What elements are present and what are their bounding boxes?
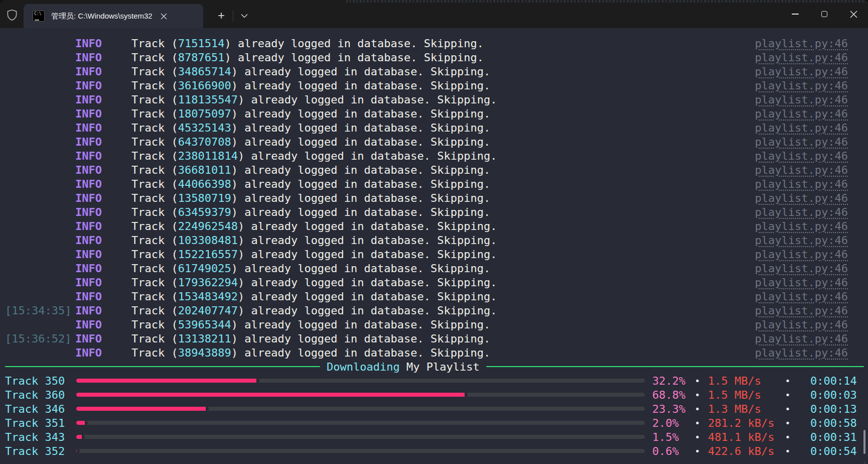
bullet-separator-icon: • [777, 446, 798, 456]
tab-divider [233, 10, 233, 21]
file-link[interactable]: playlist.py:46 [755, 290, 848, 303]
message-suffix: ) already logged in database. Skipping. [238, 234, 497, 247]
window-controls [781, 0, 868, 28]
message-prefix: Track ( [131, 290, 178, 303]
progress-eta: 0:00:58 [810, 417, 858, 429]
file-link[interactable]: playlist.py:46 [755, 107, 848, 120]
file-link[interactable]: playlist.py:46 [755, 150, 848, 162]
file-link[interactable]: playlist.py:46 [755, 65, 848, 78]
log-row: INFOTrack (103308481) already logged in … [0, 233, 868, 247]
log-message: Track (238011814) already logged in data… [131, 150, 755, 162]
message-prefix: Track ( [131, 262, 178, 275]
track-id: 152216557 [178, 248, 238, 261]
progress-percent: 23.3% [652, 403, 687, 415]
log-message: Track (152216557) already logged in data… [131, 248, 755, 261]
file-link[interactable]: playlist.py:46 [755, 234, 848, 247]
file-link[interactable]: playlist.py:46 [755, 262, 848, 275]
message-prefix: Track ( [131, 37, 178, 50]
file-link[interactable]: playlist.py:46 [755, 220, 848, 233]
progress-percent: 0.6% [652, 445, 687, 457]
message-suffix: ) already logged in database. Skipping. [224, 37, 484, 50]
file-link[interactable]: playlist.py:46 [755, 192, 848, 204]
file-link[interactable]: playlist.py:46 [755, 332, 848, 345]
file-link[interactable]: playlist.py:46 [755, 136, 848, 148]
log-row: INFOTrack (36681011) already logged in d… [0, 163, 868, 177]
progress-eta: 0:00:31 [810, 431, 858, 443]
new-tab-button[interactable]: + [213, 7, 230, 24]
file-link[interactable]: playlist.py:46 [755, 248, 848, 261]
progress-speed: 1.3 MB/s [708, 403, 777, 415]
message-suffix: ) already logged in database. Skipping. [231, 65, 491, 78]
log-row: INFOTrack (152216557) already logged in … [0, 247, 868, 261]
terminal-viewport[interactable]: INFOTrack (7151514) already logged in da… [0, 28, 868, 464]
log-message: Track (8787651) already logged in databa… [131, 51, 755, 64]
rule-line [486, 366, 864, 367]
file-link[interactable]: playlist.py:46 [755, 206, 848, 218]
message-prefix: Track ( [131, 276, 178, 289]
log-level: INFO [75, 136, 131, 148]
file-link[interactable]: playlist.py:46 [755, 318, 848, 331]
log-level: INFO [75, 150, 131, 162]
message-suffix: ) already logged in database. Skipping. [238, 220, 497, 233]
file-link[interactable]: playlist.py:46 [755, 79, 848, 92]
minimize-button[interactable] [781, 0, 810, 28]
progress-row: Track 35032.2%•1.5 MB/s•0:00:14 [0, 374, 868, 388]
bullet-separator-icon: • [687, 432, 708, 442]
message-prefix: Track ( [131, 93, 178, 106]
track-id: 18075097 [178, 107, 231, 120]
log-message: Track (63459379) already logged in datab… [131, 206, 755, 218]
log-row: INFOTrack (153483492) already logged in … [0, 289, 868, 303]
file-link[interactable]: playlist.py:46 [755, 304, 848, 317]
progress-bar-track [76, 407, 645, 411]
message-prefix: Track ( [131, 136, 178, 148]
tab-admin-cmd[interactable]: C:\ 管理员: C:\Windows\system32 [24, 4, 203, 28]
tab-close-icon[interactable] [158, 10, 171, 23]
track-id: 45325143 [178, 122, 231, 134]
bullet-separator-icon: • [777, 418, 798, 428]
message-prefix: Track ( [131, 234, 178, 247]
titlebar[interactable]: C:\ 管理员: C:\Windows\system32 + [0, 0, 868, 28]
message-prefix: Track ( [131, 51, 178, 64]
file-link[interactable]: playlist.py:46 [755, 346, 848, 359]
scrollbar-thumb[interactable] [863, 430, 865, 454]
progress-track-label: Track 350 [5, 375, 67, 387]
file-link[interactable]: playlist.py:46 [755, 122, 848, 134]
bullet-separator-icon: • [687, 390, 708, 400]
track-id: 179362294 [178, 276, 238, 289]
message-suffix: ) already logged in database. Skipping. [238, 276, 497, 289]
file-link[interactable]: playlist.py:46 [755, 164, 848, 176]
log-message: Track (202407747) already logged in data… [131, 304, 755, 317]
resize-grip-icon[interactable] [858, 461, 866, 464]
tab-dropdown-button[interactable] [236, 7, 253, 24]
log-level: INFO [75, 318, 131, 331]
track-id: 36166900 [178, 79, 231, 92]
file-link[interactable]: playlist.py:46 [755, 178, 848, 190]
close-button[interactable] [839, 0, 868, 28]
progress-bar-track [76, 379, 645, 383]
log-message: Track (36681011) already logged in datab… [131, 164, 755, 176]
message-prefix: Track ( [131, 220, 178, 233]
message-prefix: Track ( [131, 346, 178, 359]
track-id: 61749025 [178, 262, 231, 275]
track-id: 36681011 [178, 164, 231, 176]
progress-percent: 1.5% [652, 431, 687, 443]
message-suffix: ) already logged in database. Skipping. [231, 206, 491, 218]
message-suffix: ) already logged in database. Skipping. [238, 93, 497, 106]
progress-eta: 0:00:14 [810, 375, 858, 387]
log-message: Track (34865714) already logged in datab… [131, 65, 755, 78]
log-message: Track (18075097) already logged in datab… [131, 107, 755, 120]
file-link[interactable]: playlist.py:46 [755, 37, 848, 50]
log-row: INFOTrack (63459379) already logged in d… [0, 205, 868, 219]
log-level: INFO [75, 65, 131, 78]
maximize-button[interactable] [810, 0, 839, 28]
track-id: 153483492 [178, 290, 238, 303]
log-row: INFOTrack (7151514) already logged in da… [0, 36, 868, 50]
log-message: Track (7151514) already logged in databa… [131, 37, 755, 50]
progress-bar-track [76, 435, 645, 439]
file-link[interactable]: playlist.py:46 [755, 93, 848, 106]
file-link[interactable]: playlist.py:46 [755, 51, 848, 64]
log-level: INFO [75, 192, 131, 204]
file-link[interactable]: playlist.py:46 [755, 276, 848, 289]
progress-eta: 0:00:54 [810, 445, 858, 457]
bullet-separator-icon: • [777, 432, 798, 442]
